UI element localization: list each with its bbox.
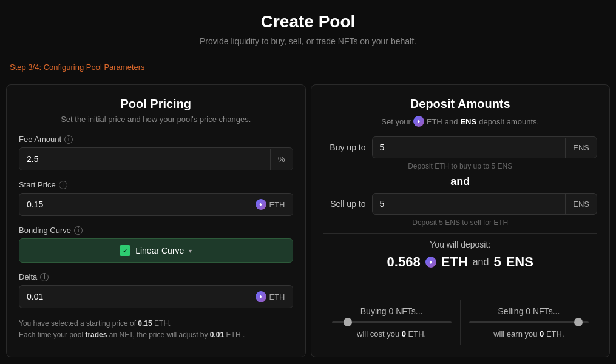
step-label: Step 3/4: Configuring Pool Parameters — [10, 62, 145, 72]
deposit-section: Deposit Amounts Set your ♦ ETH and ENS d… — [323, 97, 598, 300]
pool-pricing-title: Pool Pricing — [19, 97, 293, 111]
panels-container: Pool Pricing Set the initial price and h… — [6, 84, 610, 357]
fee-amount-group: Fee Amount i % — [19, 135, 293, 170]
delta-label: Delta i — [19, 272, 293, 281]
eth-deposit-value: 0.568 — [387, 254, 421, 270]
sell-ens-suffix: ENS — [565, 194, 597, 214]
fee-amount-input-row: % — [19, 147, 293, 170]
delta-group: Delta i ♦ ETH — [19, 272, 293, 308]
start-price-input[interactable] — [19, 194, 248, 215]
delta-info-icon[interactable]: i — [40, 273, 49, 281]
selling-panel: Selling 0 NFTs... will earn you 0 ETH. — [461, 300, 597, 345]
buy-label: Buy up to — [323, 143, 366, 152]
bonding-curve-info-icon[interactable]: i — [74, 226, 83, 235]
and-divider: and — [323, 175, 598, 188]
buying-footer: will cost you 0 ETH. — [332, 329, 452, 339]
start-price-label: Start Price i — [19, 180, 293, 189]
start-price-group: Start Price i ♦ ETH — [19, 180, 293, 216]
step-bar: Step 3/4: Configuring Pool Parameters — [6, 56, 610, 77]
delta-currency: ETH — [269, 292, 285, 302]
fee-amount-label: Fee Amount i — [19, 135, 293, 144]
deposit-title: Deposit Amounts — [323, 97, 598, 111]
sell-up-to-row: Sell up to ENS — [323, 193, 598, 215]
deposit-amounts-display: 0.568 ♦ ETH and 5 ENS — [323, 254, 598, 270]
ens-deposit-label: ENS — [506, 254, 533, 270]
curve-check-icon: ✓ — [120, 245, 130, 256]
ens-deposit-value: 5 — [493, 254, 501, 270]
page-subtitle: Provide liquidity to buy, sell, or trade… — [6, 36, 610, 46]
delta-eth-badge: ♦ ETH — [248, 286, 293, 307]
buy-hint: Deposit ETH to buy up to 5 ENS — [323, 162, 598, 170]
sell-label: Sell up to — [323, 199, 366, 209]
fee-amount-info-icon[interactable]: i — [64, 135, 73, 144]
deposit-header: Deposit Amounts Set your ♦ ETH and ENS d… — [323, 97, 598, 127]
start-price-display: 0.15 — [138, 319, 152, 328]
pool-info-text: You have selected a starting price of 0.… — [19, 318, 293, 341]
curve-label: Linear Curve — [135, 246, 184, 255]
selling-slider-track — [469, 321, 589, 323]
buy-ens-suffix: ENS — [565, 138, 597, 158]
deposit-eth-icon: ♦ — [413, 116, 424, 127]
delta-input[interactable] — [19, 286, 248, 308]
sell-amount-input[interactable] — [373, 194, 566, 214]
deposit-ens-label: ENS — [460, 117, 476, 126]
bonding-curve-button[interactable]: ✓ Linear Curve ▾ — [19, 238, 293, 263]
pool-pricing-panel: Pool Pricing Set the initial price and h… — [6, 84, 306, 357]
buying-cost-value: 0 — [402, 329, 406, 339]
deposit-total-eth-icon: ♦ — [425, 257, 436, 268]
page-wrapper: Create Pool Provide liquidity to buy, se… — [0, 0, 616, 364]
buying-panel: Buying 0 NFTs... will cost you 0 ETH. — [323, 300, 461, 345]
selling-footer: will earn you 0 ETH. — [469, 329, 589, 339]
selling-title: Selling 0 NFTs... — [469, 306, 589, 316]
start-price-input-row: ♦ ETH — [19, 193, 293, 216]
start-price-currency: ETH — [269, 200, 285, 209]
selling-slider-thumb[interactable] — [574, 318, 583, 326]
bottom-panels: Buying 0 NFTs... will cost you 0 ETH. Se… — [323, 300, 598, 345]
delta-input-row: ♦ ETH — [19, 285, 293, 308]
bonding-curve-label: Bonding Curve i — [19, 226, 293, 235]
and-label-deposit: and — [473, 257, 489, 268]
buy-amount-input[interactable] — [373, 137, 566, 158]
selling-earn-value: 0 — [540, 329, 544, 339]
start-price-eth-icon: ♦ — [256, 199, 266, 210]
fee-amount-suffix: % — [270, 149, 293, 170]
buy-up-to-row: Buy up to ENS — [323, 136, 598, 158]
trade-word: trades — [85, 331, 107, 339]
fee-amount-input[interactable] — [19, 148, 270, 170]
start-price-eth-badge: ♦ ETH — [248, 194, 293, 215]
sell-input-wrap: ENS — [372, 193, 598, 215]
bonding-curve-group: Bonding Curve i ✓ Linear Curve ▾ — [19, 226, 293, 263]
deposit-eth-label: ETH — [427, 117, 442, 126]
deposit-panel-inner: Deposit Amounts Set your ♦ ETH and ENS d… — [323, 97, 598, 345]
deposit-divider — [323, 233, 598, 234]
start-price-info-icon[interactable]: i — [59, 181, 67, 189]
sell-hint: Deposit 5 ENS to sell for ETH — [323, 218, 598, 227]
buying-slider-track — [332, 321, 452, 323]
sell-row-wrapper: Sell up to ENS Deposit 5 ENS to sell for… — [323, 193, 598, 227]
will-deposit-label: You will deposit: — [323, 240, 598, 249]
delta-eth-icon: ♦ — [256, 291, 266, 302]
buying-title: Buying 0 NFTs... — [332, 306, 452, 316]
page-header: Create Pool Provide liquidity to buy, se… — [6, 12, 610, 46]
buy-input-wrap: ENS — [372, 136, 598, 158]
buying-slider-thumb[interactable] — [344, 318, 352, 326]
delta-display: 0.01 — [210, 331, 224, 339]
curve-dropdown-icon: ▾ — [189, 248, 192, 254]
deposit-subtitle: Set your ♦ ETH and ENS deposit amounts. — [323, 116, 598, 127]
buy-row-wrapper: Buy up to ENS Deposit ETH to buy up to 5… — [323, 136, 598, 170]
deposit-amounts-panel: Deposit Amounts Set your ♦ ETH and ENS d… — [311, 84, 611, 357]
pool-pricing-subtitle: Set the initial price and how your pool'… — [19, 115, 293, 124]
eth-deposit-label: ETH — [441, 254, 468, 270]
page-title: Create Pool — [6, 12, 610, 32]
